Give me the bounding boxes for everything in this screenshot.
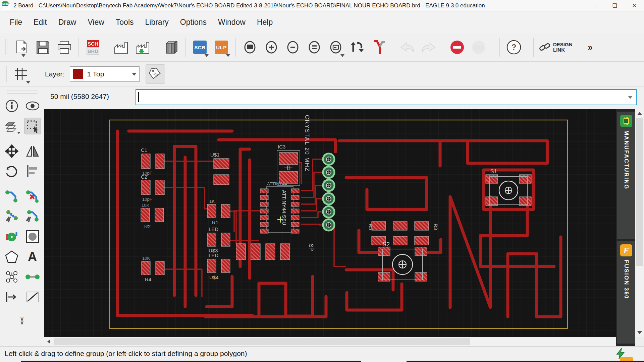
toolbar-overflow-button[interactable]: » — [588, 42, 593, 53]
circle-icon — [25, 230, 40, 244]
menu-options[interactable]: Options — [174, 15, 212, 29]
cam-job-icon — [136, 41, 150, 54]
align-button[interactable] — [24, 163, 41, 179]
ratsnest-button[interactable] — [4, 269, 20, 285]
library-button[interactable] — [162, 37, 181, 58]
menu-window[interactable]: Window — [212, 15, 251, 29]
group-button[interactable] — [24, 118, 41, 134]
wire-button[interactable] — [24, 269, 41, 285]
scroll-down-arrow[interactable] — [635, 328, 644, 337]
layer-color-swatch — [73, 69, 83, 79]
move-button[interactable] — [4, 143, 20, 159]
cam-job-button[interactable] — [133, 37, 152, 58]
command-history-arrow-icon[interactable] — [628, 96, 633, 99]
title-bar: BRD 2 Board - C:\Users\Nour\Desktop\Bery… — [0, 0, 644, 11]
polygon-icon — [5, 250, 19, 263]
isp-label: ISP — [308, 242, 314, 251]
redo-button[interactable] — [419, 37, 438, 58]
layer-label: Layer: — [45, 70, 64, 78]
command-row: 50 mil (5580 2647) — [44, 86, 644, 109]
board-canvas[interactable]: C1 10pF C2 10pF 10K R2 10K R4 U$1 — [44, 109, 616, 337]
info-button[interactable] — [4, 98, 20, 114]
via-button[interactable] — [4, 229, 20, 245]
menu-library[interactable]: Library — [140, 15, 174, 29]
svg-text:10pF: 10pF — [142, 197, 152, 202]
ulp-button[interactable]: ULP — [212, 37, 231, 58]
zoom-fit-button[interactable] — [240, 37, 259, 58]
help-icon: ? — [506, 40, 522, 55]
scr-icon: SCR — [193, 41, 207, 54]
horizontal-scroll-thumb[interactable] — [54, 338, 470, 345]
miter-icon — [371, 40, 386, 55]
menu-draw[interactable]: Draw — [53, 15, 82, 29]
scroll-up-arrow[interactable] — [635, 109, 644, 118]
layer-select[interactable]: 1 Top — [70, 66, 140, 82]
script-button[interactable]: SCR — [191, 37, 209, 58]
scroll-left-arrow[interactable] — [44, 337, 53, 346]
undo-button[interactable] — [398, 37, 417, 58]
open-file-button[interactable] — [12, 37, 31, 58]
minimize-button[interactable]: – — [586, 0, 605, 11]
horizontal-scrollbar[interactable] — [44, 337, 616, 346]
stop-button[interactable] — [448, 37, 467, 58]
attribute-tag-button[interactable] — [146, 64, 165, 84]
tab-manufacturing-label: MANUFACTURING — [623, 130, 630, 189]
grid-button[interactable] — [11, 64, 30, 84]
status-bar: Left-click & drag to define group (or le… — [0, 346, 644, 361]
circle-button[interactable] — [24, 229, 41, 245]
cam-processor-button[interactable] — [112, 37, 131, 58]
rotate-icon — [5, 165, 19, 178]
miter-button[interactable] — [369, 37, 388, 58]
print-button[interactable] — [55, 37, 74, 58]
refresh-button[interactable] — [348, 37, 367, 58]
svg-text:C2: C2 — [141, 174, 147, 180]
svg-text:CRYSTAL 20 MHZ: CRYSTAL 20 MHZ — [304, 115, 310, 172]
dimension-button[interactable] — [24, 289, 41, 305]
text-button[interactable]: A — [24, 249, 41, 265]
go-button[interactable]: GO — [469, 37, 488, 58]
help-button[interactable]: ? — [504, 37, 523, 58]
svg-text:10K: 10K — [142, 203, 149, 208]
ripup-button[interactable] — [24, 188, 41, 204]
menu-edit[interactable]: Edit — [28, 15, 53, 29]
vertical-scroll-thumb[interactable] — [636, 118, 643, 266]
close-button[interactable]: ✕ — [625, 0, 644, 11]
schematic-board-switch-button[interactable]: SCH BRD — [84, 37, 102, 58]
zoom-redraw-button[interactable] — [326, 37, 345, 58]
layer-toolbar: Layer: 1 Top — [0, 62, 644, 86]
window-bottom-edge — [0, 361, 644, 362]
design-link-button[interactable]: DESIGN LINK — [539, 42, 573, 53]
print-icon — [57, 41, 71, 54]
menu-tools[interactable]: Tools — [110, 15, 140, 29]
text-cursor — [138, 92, 139, 102]
maximize-button[interactable]: ❏ — [605, 0, 625, 11]
align-icon — [26, 165, 39, 178]
display-layers-button[interactable] — [4, 118, 20, 134]
command-input[interactable] — [136, 89, 637, 105]
tab-fusion-360[interactable]: F FUSION 360 — [617, 241, 635, 344]
show-button[interactable] — [24, 98, 41, 114]
vertical-scrollbar[interactable] — [635, 109, 644, 337]
save-button[interactable] — [34, 37, 52, 58]
zoom-select-button[interactable] — [305, 37, 324, 58]
menu-help[interactable]: Help — [251, 15, 278, 29]
zoom-out-button[interactable] — [283, 37, 302, 58]
svg-text:IC3: IC3 — [278, 144, 285, 149]
tab-manufacturing[interactable]: MANUFACTURING — [617, 112, 635, 239]
menu-file[interactable]: File — [4, 15, 28, 29]
palette-handle — [7, 90, 38, 94]
sch-brd-icon: SCH BRD — [86, 40, 100, 55]
unroute-button[interactable] — [24, 208, 41, 225]
route-signal-button[interactable] — [4, 208, 20, 225]
toolbar-handle — [5, 39, 7, 55]
rotate-button[interactable] — [4, 163, 20, 179]
grid-icon — [14, 67, 28, 81]
zoom-in-button[interactable] — [262, 37, 281, 58]
leader-button[interactable] — [4, 289, 20, 305]
polygon-button[interactable] — [4, 249, 20, 265]
mirror-button[interactable] — [24, 143, 41, 159]
svg-text:S2: S2 — [382, 241, 390, 248]
palette-collapse-button[interactable]: ∨ ∨ — [12, 317, 32, 324]
route-button[interactable] — [4, 188, 20, 204]
menu-view[interactable]: View — [82, 15, 110, 29]
